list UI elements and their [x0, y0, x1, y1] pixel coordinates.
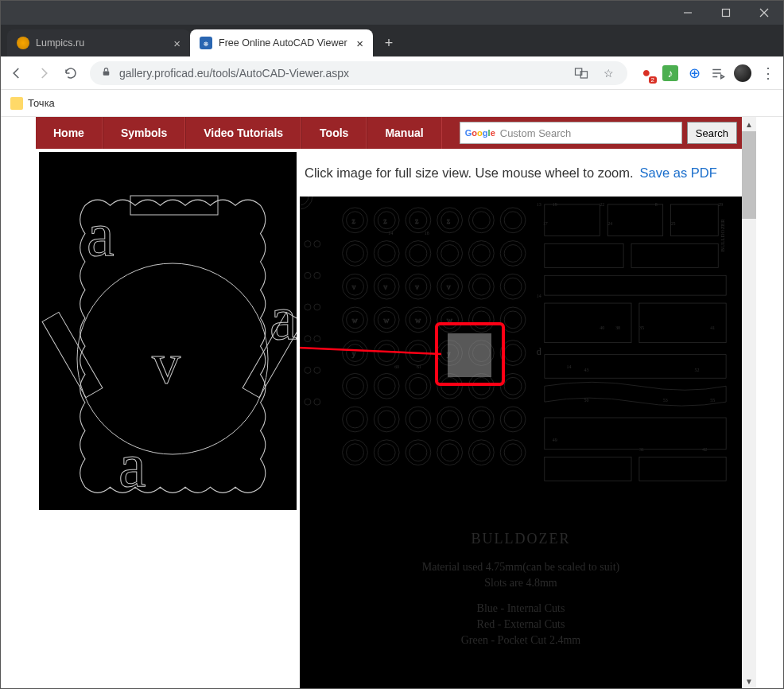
svg-text:a: a [87, 200, 114, 269]
svg-text:14: 14 [388, 231, 393, 236]
svg-point-17 [305, 241, 311, 247]
svg-text:14: 14 [537, 294, 541, 298]
window-minimize[interactable] [669, 1, 707, 25]
forward-button[interactable] [36, 65, 52, 81]
svg-text:50: 50 [584, 398, 588, 403]
profile-avatar[interactable] [734, 64, 751, 82]
svg-text:60: 60 [394, 364, 399, 369]
svg-text:38: 38 [615, 325, 620, 330]
svg-text:18: 18 [425, 231, 429, 236]
svg-point-21 [305, 304, 311, 310]
svg-rect-9 [42, 312, 103, 397]
reload-button[interactable] [63, 65, 79, 81]
tab-title: Lumpics.ru [36, 37, 84, 49]
zoom-preview-panel: a a a v [36, 149, 300, 513]
translate-icon[interactable] [573, 65, 589, 81]
svg-point-22 [314, 304, 320, 310]
svg-text:41: 41 [710, 325, 715, 330]
svg-rect-1 [723, 10, 730, 17]
svg-text:v: v [415, 282, 419, 291]
address-bar[interactable]: gallery.proficad.eu/tools/AutoCAD-Viewer… [90, 61, 627, 85]
svg-rect-32 [545, 244, 623, 268]
scroll-thumb[interactable] [742, 131, 756, 219]
svg-text:29: 29 [718, 202, 723, 207]
svg-point-20 [314, 272, 320, 278]
extension-icon[interactable]: ⊕ [686, 65, 702, 81]
svg-text:w: w [352, 316, 359, 325]
url-text: gallery.proficad.eu/tools/AutoCAD-Viewer… [119, 67, 349, 80]
scroll-up-icon[interactable]: ▲ [742, 117, 756, 131]
svg-rect-30 [607, 204, 663, 236]
svg-point-19 [305, 272, 311, 278]
svg-text:53: 53 [663, 398, 668, 403]
svg-point-28 [314, 399, 320, 405]
save-pdf-link[interactable]: Save as PDF [640, 165, 717, 181]
vertical-scrollbar[interactable]: ▲ ▼ [742, 117, 756, 688]
svg-text:w: w [383, 316, 390, 325]
instruction-text: Click image for full size view. Use mous… [305, 165, 634, 181]
playlist-icon[interactable] [710, 65, 726, 81]
new-tab-button[interactable]: + [378, 32, 400, 54]
cad-text: Slots are 4.8mm [300, 577, 742, 590]
svg-text:BULLDOZER: BULLDOZER [720, 219, 726, 252]
extension-icon[interactable]: ●2 [638, 65, 654, 81]
svg-text:49: 49 [553, 438, 557, 442]
tab-autocad-viewer[interactable]: ⎈ Free Online AutoCAD Viewer × [190, 29, 373, 56]
tab-close-icon[interactable]: × [356, 37, 363, 49]
svg-text:17: 17 [543, 221, 548, 226]
svg-text:61: 61 [417, 364, 421, 369]
bookmark-item[interactable]: Точка [28, 97, 55, 109]
svg-text:13: 13 [537, 202, 541, 207]
back-button[interactable] [9, 65, 25, 81]
nav-home[interactable]: Home [36, 117, 103, 149]
tab-close-icon[interactable]: × [173, 37, 180, 49]
cad-text: Blue - Internal Cuts [300, 602, 742, 615]
svg-rect-8 [130, 196, 218, 215]
nav-manual[interactable]: Manual [367, 117, 441, 149]
svg-rect-31 [671, 204, 719, 236]
window-close[interactable] [745, 1, 783, 25]
svg-text:55: 55 [710, 398, 715, 403]
svg-text:19: 19 [553, 202, 557, 207]
svg-rect-38 [545, 457, 631, 481]
nav-video-tutorials[interactable]: Video Tutorials [185, 117, 301, 149]
svg-text:8: 8 [655, 202, 658, 207]
tab-lumpics[interactable]: Lumpics.ru × [7, 29, 190, 56]
svg-point-18 [314, 241, 320, 247]
svg-text:z: z [447, 216, 451, 225]
svg-text:a: a [118, 430, 146, 500]
svg-text:w: w [415, 316, 421, 325]
cad-text: Material used 4.75mm(can be scaled to su… [300, 561, 742, 574]
svg-text:a: a [270, 283, 297, 352]
cad-text: Red - External Cuts [300, 618, 742, 631]
zoom-highlight-box [435, 322, 505, 386]
svg-text:z: z [383, 216, 387, 225]
cad-text: Green - Pocket Cut 2.4mm [300, 634, 742, 647]
search-input[interactable]: Google Custom Search [460, 122, 682, 144]
cad-viewer[interactable]: zzzz vvvv wwww yy 131922829 172425 1418 … [300, 197, 742, 688]
scroll-down-icon[interactable]: ▼ [742, 674, 756, 688]
svg-text:d: d [537, 346, 541, 357]
nav-tools[interactable]: Tools [301, 117, 367, 149]
svg-text:25: 25 [671, 221, 676, 226]
svg-text:v: v [152, 332, 180, 395]
svg-point-16 [300, 197, 309, 205]
star-icon[interactable]: ☆ [600, 65, 616, 81]
svg-text:y: y [352, 349, 356, 358]
nav-symbols[interactable]: Symbols [103, 117, 185, 149]
svg-text:35: 35 [639, 325, 644, 330]
svg-text:40: 40 [600, 325, 604, 330]
svg-text:v: v [383, 282, 387, 291]
svg-text:43: 43 [584, 368, 588, 372]
menu-icon[interactable]: ⋮ [759, 65, 775, 81]
folder-icon [10, 97, 23, 110]
svg-rect-29 [545, 204, 600, 236]
svg-point-26 [314, 367, 320, 373]
svg-text:z: z [352, 216, 356, 225]
svg-text:z: z [415, 216, 419, 225]
favicon-icon: ⎈ [200, 37, 212, 49]
svg-rect-35 [545, 303, 631, 343]
window-maximize[interactable] [707, 1, 745, 25]
search-button[interactable]: Search [687, 122, 737, 144]
extension-icon[interactable]: ♪ [662, 65, 678, 81]
